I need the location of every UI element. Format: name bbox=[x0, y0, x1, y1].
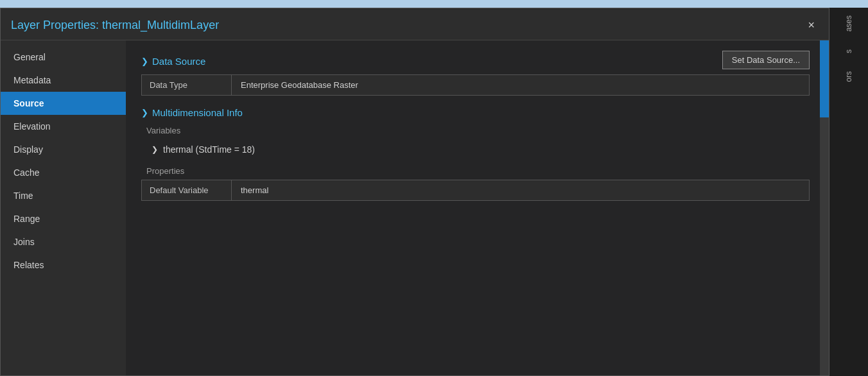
scrollbar-thumb[interactable] bbox=[820, 40, 829, 117]
set-datasource-button[interactable]: Set Data Source... bbox=[722, 51, 810, 69]
data-source-header: ❯ Data Source bbox=[141, 56, 810, 67]
sidebar-item-cache[interactable]: Cache bbox=[1, 161, 126, 184]
data-type-value: Enterprise Geodatabase Raster bbox=[232, 75, 809, 95]
default-variable-row: Default Variable thermal bbox=[141, 180, 810, 201]
dialog-title: Layer Properties: thermal_MultidimLayer bbox=[11, 19, 219, 32]
sidebar-item-relates[interactable]: Relates bbox=[1, 253, 126, 277]
right-strip-text-2[interactable]: s bbox=[842, 47, 856, 56]
dialog-body: General Metadata Source Elevation Displa… bbox=[1, 40, 829, 375]
data-type-row: Data Type Enterprise Geodatabase Raster bbox=[141, 74, 810, 96]
multidim-header: ❯ Multidimensional Info bbox=[141, 107, 810, 118]
sidebar-item-elevation[interactable]: Elevation bbox=[1, 115, 126, 138]
right-panel-strip: ases s ors bbox=[829, 8, 868, 376]
multidim-title: Multidimensional Info bbox=[152, 107, 243, 118]
sidebar-item-range[interactable]: Range bbox=[1, 207, 126, 230]
variable-row[interactable]: ❯ thermal (StdTime = 18) bbox=[141, 139, 810, 160]
right-strip-text-3[interactable]: ors bbox=[842, 69, 856, 85]
multidim-chevron[interactable]: ❯ bbox=[141, 108, 148, 117]
right-strip-text-1[interactable]: ases bbox=[842, 13, 856, 34]
sidebar: General Metadata Source Elevation Displa… bbox=[1, 40, 126, 375]
sidebar-item-general[interactable]: General bbox=[1, 46, 126, 69]
dialog-title-bar: Layer Properties: thermal_MultidimLayer … bbox=[1, 8, 829, 40]
expand-icon: ❯ bbox=[152, 145, 158, 154]
content-inner: Set Data Source... ❯ Data Source Data Ty… bbox=[126, 40, 829, 219]
sidebar-item-display[interactable]: Display bbox=[1, 138, 126, 161]
close-button[interactable]: × bbox=[804, 17, 819, 33]
default-variable-label: Default Variable bbox=[142, 180, 232, 200]
properties-label: Properties bbox=[146, 166, 810, 176]
scrollbar-track[interactable] bbox=[820, 40, 829, 375]
data-type-label: Data Type bbox=[142, 75, 232, 95]
sidebar-item-time[interactable]: Time bbox=[1, 184, 126, 207]
sidebar-item-joins[interactable]: Joins bbox=[1, 230, 126, 253]
sidebar-item-metadata[interactable]: Metadata bbox=[1, 69, 126, 92]
default-variable-value: thermal bbox=[232, 180, 809, 200]
variable-name: thermal (StdTime = 18) bbox=[163, 144, 255, 155]
sidebar-item-source[interactable]: Source bbox=[1, 92, 126, 115]
data-source-chevron[interactable]: ❯ bbox=[141, 56, 148, 66]
variables-label: Variables bbox=[146, 126, 810, 135]
content-area: Set Data Source... ❯ Data Source Data Ty… bbox=[126, 40, 829, 375]
data-source-title: Data Source bbox=[152, 56, 205, 67]
